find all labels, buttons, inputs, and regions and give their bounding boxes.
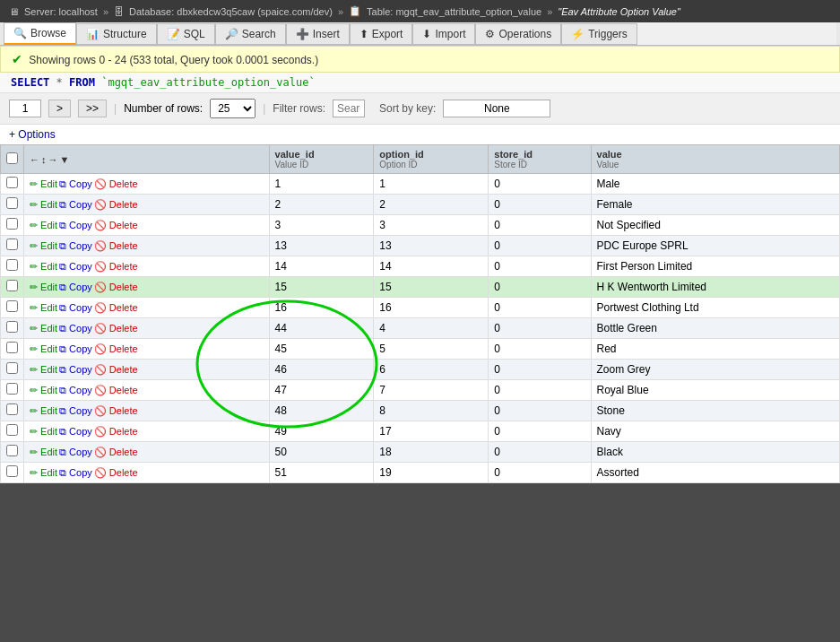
col-sort-dir[interactable]: ▼ bbox=[60, 154, 70, 165]
select-all-checkbox[interactable] bbox=[6, 152, 18, 164]
delete-button[interactable]: 🚫 Delete bbox=[94, 323, 138, 334]
delete-button[interactable]: 🚫 Delete bbox=[94, 426, 138, 438]
tab-structure[interactable]: 📊 Structure bbox=[76, 23, 157, 45]
edit-button[interactable]: ✏ Edit bbox=[30, 467, 57, 479]
tab-browse[interactable]: 🔍 Browse bbox=[4, 22, 76, 45]
page-next-btn[interactable]: > bbox=[48, 100, 71, 117]
cell-store_id: 0 bbox=[489, 401, 591, 421]
edit-button[interactable]: ✏ Edit bbox=[30, 178, 57, 190]
row-checkbox[interactable] bbox=[6, 383, 18, 395]
delete-button[interactable]: 🚫 Delete bbox=[94, 364, 138, 376]
tab-export[interactable]: ⬆ Export bbox=[350, 23, 413, 45]
row-checkbox[interactable] bbox=[6, 280, 18, 291]
options-bar[interactable]: + Options bbox=[0, 125, 840, 144]
delete-button[interactable]: 🚫 Delete bbox=[94, 405, 138, 417]
copy-button[interactable]: ⧉ Copy bbox=[59, 364, 92, 376]
delete-button[interactable]: 🚫 Delete bbox=[94, 261, 138, 273]
edit-button[interactable]: ✏ Edit bbox=[30, 343, 57, 355]
edit-button[interactable]: ✏ Edit bbox=[30, 302, 57, 314]
col-header-value-id[interactable]: value_id Value ID bbox=[269, 145, 374, 174]
row-checkbox[interactable] bbox=[6, 300, 18, 312]
import-icon: ⬇ bbox=[422, 28, 431, 40]
row-checkbox[interactable] bbox=[6, 321, 18, 333]
sql-keyword: SELECT bbox=[11, 76, 49, 89]
edit-button[interactable]: ✏ Edit bbox=[30, 385, 57, 396]
edit-button[interactable]: ✏ Edit bbox=[30, 261, 57, 273]
action-cell: ✏ Edit ⧉ Copy 🚫 Delete bbox=[24, 380, 270, 401]
tab-operations[interactable]: ⚙ Operations bbox=[475, 23, 561, 45]
copy-button[interactable]: ⧉ Copy bbox=[59, 426, 92, 438]
delete-button[interactable]: 🚫 Delete bbox=[94, 220, 138, 231]
tab-import[interactable]: ⬇ Import bbox=[412, 23, 475, 45]
row-checkbox[interactable] bbox=[6, 177, 18, 188]
rows-per-page-select[interactable]: 25 50 100 bbox=[210, 99, 255, 118]
col-header-value[interactable]: value Value bbox=[591, 145, 839, 174]
edit-button[interactable]: ✏ Edit bbox=[30, 405, 57, 417]
copy-button[interactable]: ⧉ Copy bbox=[59, 220, 92, 231]
col-header-option-id[interactable]: option_id Option ID bbox=[374, 145, 489, 174]
delete-button[interactable]: 🚫 Delete bbox=[94, 199, 138, 211]
copy-button[interactable]: ⧉ Copy bbox=[59, 405, 92, 417]
row-checkbox[interactable] bbox=[6, 403, 18, 415]
copy-button[interactable]: ⧉ Copy bbox=[59, 178, 92, 190]
copy-button[interactable]: ⧉ Copy bbox=[59, 385, 92, 396]
action-cell: ✏ Edit ⧉ Copy 🚫 Delete bbox=[24, 401, 270, 421]
copy-button[interactable]: ⧉ Copy bbox=[59, 282, 92, 293]
copy-button[interactable]: ⧉ Copy bbox=[59, 240, 92, 252]
delete-button[interactable]: 🚫 Delete bbox=[94, 282, 138, 293]
copy-button[interactable]: ⧉ Copy bbox=[59, 199, 92, 211]
sort-key-input[interactable] bbox=[443, 100, 550, 117]
edit-button[interactable]: ✏ Edit bbox=[30, 364, 57, 376]
tab-triggers[interactable]: ⚡ Triggers bbox=[561, 23, 637, 45]
tab-search[interactable]: 🔎 Search bbox=[215, 23, 286, 45]
edit-button[interactable]: ✏ Edit bbox=[30, 447, 57, 458]
breadcrumb-table: Table: mgqt_eav_attribute_option_value bbox=[367, 6, 541, 17]
col-arrow-left[interactable]: ← bbox=[30, 154, 39, 165]
edit-button[interactable]: ✏ Edit bbox=[30, 323, 57, 334]
page-last-btn[interactable]: >> bbox=[78, 100, 107, 117]
cell-option_id: 6 bbox=[374, 360, 489, 380]
copy-button[interactable]: ⧉ Copy bbox=[59, 467, 92, 479]
row-checkbox[interactable] bbox=[6, 218, 18, 230]
row-checkbox[interactable] bbox=[6, 465, 18, 477]
copy-button[interactable]: ⧉ Copy bbox=[59, 323, 92, 334]
row-checkbox[interactable] bbox=[6, 239, 18, 250]
copy-button[interactable]: ⧉ Copy bbox=[59, 302, 92, 314]
tab-sql[interactable]: 📝 SQL bbox=[157, 23, 215, 45]
copy-button[interactable]: ⧉ Copy bbox=[59, 343, 92, 355]
cell-store_id: 0 bbox=[489, 442, 591, 463]
search-input[interactable] bbox=[333, 100, 365, 117]
edit-button[interactable]: ✏ Edit bbox=[30, 199, 57, 211]
edit-button[interactable]: ✏ Edit bbox=[30, 240, 57, 252]
delete-button[interactable]: 🚫 Delete bbox=[94, 240, 138, 252]
cell-option_id: 3 bbox=[374, 215, 489, 236]
col-sort-icon[interactable]: ↕ bbox=[41, 154, 47, 165]
delete-button[interactable]: 🚫 Delete bbox=[94, 302, 138, 314]
delete-button[interactable]: 🚫 Delete bbox=[94, 467, 138, 479]
table-row: ✏ Edit ⧉ Copy 🚫 Delete 220Female bbox=[1, 195, 840, 215]
copy-button[interactable]: ⧉ Copy bbox=[59, 447, 92, 458]
delete-button[interactable]: 🚫 Delete bbox=[94, 343, 138, 355]
col-header-store-id[interactable]: store_id Store ID bbox=[489, 145, 591, 174]
copy-button[interactable]: ⧉ Copy bbox=[59, 261, 92, 273]
edit-button[interactable]: ✏ Edit bbox=[30, 282, 57, 293]
edit-button[interactable]: ✏ Edit bbox=[30, 426, 57, 438]
delete-button[interactable]: 🚫 Delete bbox=[94, 447, 138, 458]
row-checkbox[interactable] bbox=[6, 445, 18, 456]
delete-button[interactable]: 🚫 Delete bbox=[94, 385, 138, 396]
row-checkbox[interactable] bbox=[6, 362, 18, 374]
row-checkbox[interactable] bbox=[6, 342, 18, 353]
col-arrow-right[interactable]: → bbox=[48, 154, 58, 165]
delete-button[interactable]: 🚫 Delete bbox=[94, 178, 138, 190]
edit-button[interactable]: ✏ Edit bbox=[30, 220, 57, 231]
row-checkbox[interactable] bbox=[6, 424, 18, 436]
sql-from: FROM bbox=[69, 76, 95, 89]
cell-value: Female bbox=[591, 195, 839, 215]
tab-insert[interactable]: ➕ Insert bbox=[286, 23, 350, 45]
row-checkbox[interactable] bbox=[6, 259, 18, 271]
breadcrumb-db: Database: dbxkedcw3q5caw (spaice.com/dev… bbox=[129, 6, 333, 17]
status-message: Showing rows 0 - 24 (533 total, Query to… bbox=[29, 54, 318, 66]
page-number-input[interactable] bbox=[9, 100, 41, 117]
cell-value_id: 14 bbox=[269, 256, 374, 277]
row-checkbox[interactable] bbox=[6, 197, 18, 209]
